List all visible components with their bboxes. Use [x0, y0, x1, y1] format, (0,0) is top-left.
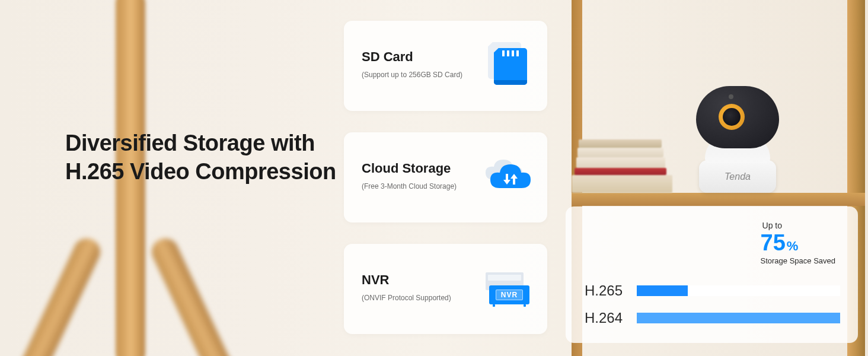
codec-bars: H.265 H.264 [585, 272, 840, 326]
card-sd-title: SD Card [362, 49, 483, 65]
card-cloud-title: Cloud Storage [362, 161, 483, 176]
page-title-line2: H.265 Video Compression [65, 159, 336, 184]
bar-track [637, 313, 840, 323]
coat-rack-leg [5, 234, 105, 356]
nvr-icon: NVR [483, 263, 532, 312]
bar-row-h265: H.265 [585, 282, 840, 299]
coat-rack-leg [148, 234, 247, 356]
card-nvr-subtitle: (ONVIF Protocol Supported) [362, 294, 483, 302]
compression-compare-panel: Up to 75 % Storage Space Saved H.265 H.2… [566, 206, 858, 343]
savings-value: 75 [761, 231, 786, 254]
bar-track [637, 285, 840, 296]
security-camera-device: Tenda [690, 86, 785, 193]
cloud-storage-icon [483, 151, 532, 200]
nvr-icon-label: NVR [496, 290, 523, 300]
camera-brand-label: Tenda [699, 171, 776, 182]
page-title: Diversified Storage with H.265 Video Com… [65, 129, 336, 186]
sd-card-icon [483, 40, 532, 88]
storage-options-list: SD Card (Support up to 256GB SD Card) Cl… [344, 21, 547, 334]
page-title-line1: Diversified Storage with [65, 131, 315, 155]
card-nvr-title: NVR [362, 272, 483, 288]
bar-fill-h264 [637, 313, 840, 323]
card-sd: SD Card (Support up to 256GB SD Card) [344, 21, 547, 111]
bar-label-h265: H.265 [585, 282, 637, 299]
savings-suffix: % [787, 240, 799, 253]
card-nvr: NVR (ONVIF Protocol Supported) NVR [344, 244, 547, 334]
bar-fill-h265 [637, 285, 688, 296]
bar-row-h264: H.264 [585, 310, 840, 326]
card-sd-subtitle: (Support up to 256GB SD Card) [362, 71, 483, 79]
savings-label: Storage Space Saved [761, 256, 835, 265]
savings-stat: Up to 75 % Storage Space Saved [761, 221, 835, 265]
card-cloud-subtitle: (Free 3-Month Cloud Storage) [362, 182, 483, 190]
savings-upto: Up to [762, 221, 835, 230]
bar-label-h264: H.264 [585, 310, 637, 326]
books-stack [572, 134, 672, 193]
card-cloud: Cloud Storage (Free 3-Month Cloud Storag… [344, 132, 547, 223]
